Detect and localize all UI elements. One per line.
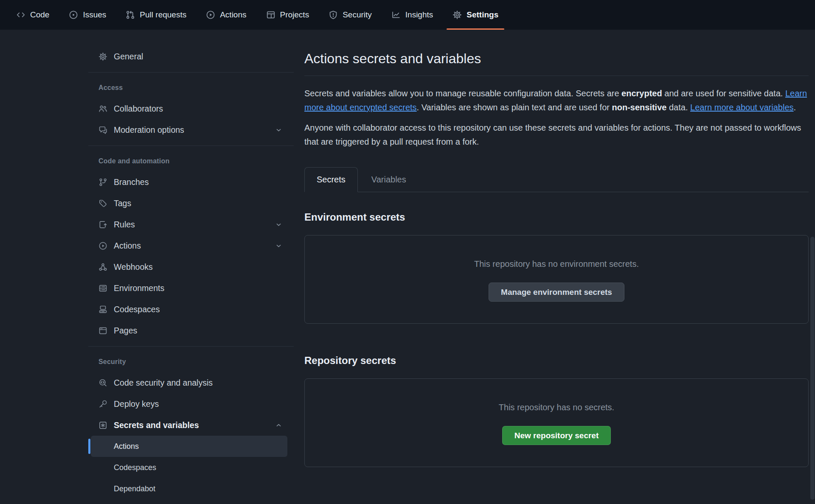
sidebar-item-label: Actions (114, 241, 141, 251)
gear-icon (98, 52, 107, 61)
new-repository-secret-button[interactable]: New repository secret (502, 426, 611, 445)
sidebar-item-secrets-and-variables[interactable]: Secrets and variables (91, 414, 287, 436)
people-icon (98, 104, 107, 113)
sidebar-subitem-label: Dependabot (114, 484, 155, 493)
chevron-down-icon (275, 221, 282, 228)
tab-label: Secrets (317, 175, 346, 185)
intro-bold-encrypted: encrypted (621, 89, 662, 98)
section-label-security: Security (91, 352, 294, 372)
tag-icon (98, 199, 107, 208)
tab-label: Actions (220, 10, 246, 20)
sidebar-item-label: Secrets and variables (114, 420, 199, 430)
main-content: Actions secrets and variables Secrets an… (304, 0, 809, 467)
tab-actions[interactable]: Actions (206, 0, 246, 30)
sidebar-item-rules[interactable]: Rules (91, 214, 287, 235)
section-label-access: Access (91, 78, 294, 98)
sidebar-subitem-label: Actions (114, 442, 139, 451)
sidebar-item-actions[interactable]: Actions (91, 235, 287, 256)
intro-bold-non-sensitive: non-sensitive (612, 103, 667, 112)
tab-label: Issues (83, 10, 106, 20)
access-note-paragraph: Anyone with collaborator access to this … (304, 121, 809, 149)
divider (88, 72, 294, 73)
rules-icon (98, 220, 107, 229)
intro-text: data. (666, 103, 690, 112)
tab-pull-requests[interactable]: Pull requests (126, 0, 186, 30)
play-circle-icon (206, 10, 215, 20)
sidebar-subitem-actions[interactable]: Actions (91, 436, 287, 457)
repository-secrets-heading: Repository secrets (304, 354, 809, 367)
tab-code[interactable]: Code (16, 0, 49, 30)
tab-issues[interactable]: Issues (69, 0, 106, 30)
sidebar-item-codespaces[interactable]: Codespaces (91, 299, 287, 320)
sidebar-item-label: Webhooks (114, 262, 153, 272)
sidebar-item-label: Moderation options (114, 125, 184, 135)
manage-environment-secrets-button[interactable]: Manage environment secrets (489, 283, 624, 302)
key-icon (98, 400, 107, 409)
git-pull-request-icon (126, 10, 135, 20)
intro-text: . (794, 103, 796, 112)
sidebar-item-code-security[interactable]: Code security and analysis (91, 372, 287, 393)
sidebar-item-label: Codespaces (114, 305, 160, 314)
sidebar-item-branches[interactable]: Branches (91, 171, 287, 193)
environment-secrets-empty-message: This repository has no environment secre… (474, 258, 639, 269)
comment-discussion-icon (98, 126, 107, 134)
divider (88, 346, 294, 347)
sidebar-subitem-dependabot[interactable]: Dependabot (91, 478, 287, 499)
tab-projects[interactable]: Projects (266, 0, 309, 30)
sidebar-item-label: Rules (114, 220, 135, 230)
sidebar-item-tags[interactable]: Tags (91, 193, 287, 214)
chevron-down-icon (275, 126, 282, 134)
chevron-up-icon (275, 422, 282, 429)
intro-paragraph: Secrets and variables allow you to manag… (304, 87, 809, 115)
sidebar-item-label: Branches (114, 177, 149, 187)
repository-secrets-empty-box: This repository has no secrets. New repo… (304, 378, 809, 467)
chevron-down-icon (275, 242, 282, 249)
code-icon (16, 10, 25, 20)
server-icon (98, 284, 107, 293)
tab-label: Code (30, 10, 49, 20)
issue-opened-icon (69, 10, 78, 20)
tab-secrets[interactable]: Secrets (304, 167, 358, 192)
page-title: Actions secrets and variables (304, 50, 809, 67)
table-icon (266, 10, 275, 20)
divider (88, 146, 294, 146)
sidebar-item-collaborators[interactable]: Collaborators (91, 98, 287, 119)
vertical-scrollbar[interactable] (810, 237, 815, 500)
sidebar-item-webhooks[interactable]: Webhooks (91, 256, 287, 277)
repository-secrets-empty-message: This repository has no secrets. (499, 402, 614, 413)
sidebar-subitem-label: Codespaces (114, 463, 156, 472)
browser-icon (98, 326, 107, 335)
sidebar-item-deploy-keys[interactable]: Deploy keys (91, 393, 287, 414)
sidebar-item-label: Deploy keys (114, 399, 159, 409)
sidebar-item-moderation-options[interactable]: Moderation options (91, 119, 287, 140)
asterisk-box-icon (98, 421, 107, 430)
sidebar-item-label: Pages (114, 326, 137, 336)
settings-sidebar: General Access Collaborators Moderation … (88, 46, 294, 499)
tab-label: Variables (371, 175, 406, 185)
section-label-code-and-automation: Code and automation (91, 151, 294, 171)
secrets-variables-tabnav: Secrets Variables (304, 167, 809, 192)
environment-secrets-empty-box: This repository has no environment secre… (304, 235, 809, 324)
link-variables[interactable]: Learn more about variables (690, 103, 793, 112)
sidebar-item-label: Collaborators (114, 104, 163, 114)
sidebar-item-label: Code security and analysis (114, 378, 213, 388)
sidebar-item-label: General (114, 52, 143, 62)
play-circle-icon (98, 241, 107, 250)
sidebar-subitem-codespaces[interactable]: Codespaces (91, 457, 287, 478)
sidebar-item-label: Tags (114, 199, 131, 208)
divider (304, 76, 809, 76)
tab-label: Pull requests (140, 10, 186, 20)
sidebar-item-label: Environments (114, 283, 164, 293)
codespaces-icon (98, 305, 107, 314)
environment-secrets-heading: Environment secrets (304, 211, 809, 224)
sidebar-item-general[interactable]: General (91, 46, 287, 67)
codescan-icon (98, 378, 107, 387)
git-branch-icon (98, 178, 107, 187)
intro-text: . Variables are shown as plain text and … (417, 103, 612, 112)
intro-text: and are used for sensitive data. (662, 89, 785, 98)
sidebar-item-pages[interactable]: Pages (91, 320, 287, 341)
intro-text: Secrets and variables allow you to manag… (304, 89, 621, 98)
tab-variables[interactable]: Variables (358, 167, 420, 192)
webhook-icon (98, 263, 107, 272)
sidebar-item-environments[interactable]: Environments (91, 277, 287, 299)
